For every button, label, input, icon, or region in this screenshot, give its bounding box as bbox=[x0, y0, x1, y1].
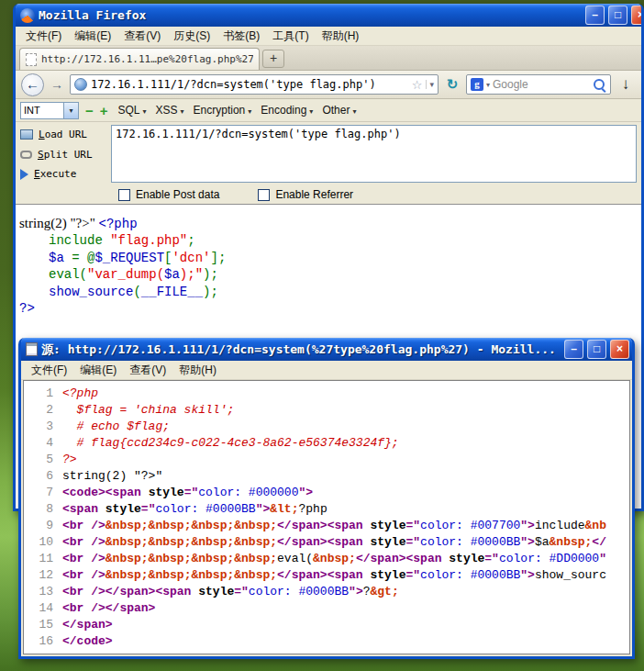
menu--b-[interactable]: 书签(B) bbox=[217, 27, 266, 46]
search-box[interactable]: g ▾ Google bbox=[466, 74, 611, 95]
hackbar-menu-xss[interactable]: XSS bbox=[152, 102, 188, 118]
menu--t-[interactable]: 工具(T) bbox=[266, 27, 315, 46]
maximize-button[interactable]: □ bbox=[608, 6, 627, 25]
source-line: 7<code><span style="color: #000000"> bbox=[24, 485, 629, 501]
line-number: 8 bbox=[24, 501, 53, 518]
hackbar-menu-sql[interactable]: SQL bbox=[115, 102, 150, 118]
source-line: 5?> bbox=[24, 452, 629, 468]
referrer-option[interactable]: Enable Referrer bbox=[258, 188, 353, 201]
back-button[interactable]: ← bbox=[21, 73, 44, 96]
hackbar-add-icon[interactable]: + bbox=[100, 103, 108, 118]
php-output-line: eval("var_dump($a);"); bbox=[19, 266, 641, 283]
referrer-label: Enable Referrer bbox=[275, 188, 353, 201]
source-close-button[interactable]: × bbox=[610, 340, 629, 359]
line-number: 6 bbox=[24, 468, 53, 485]
menu--v-[interactable]: 查看(V) bbox=[117, 27, 167, 46]
search-icon[interactable] bbox=[593, 78, 606, 92]
source-line: 4 # flag{ccd234c9-c022-4ce3-8a62-e56374e… bbox=[24, 435, 629, 452]
source-line: 15</span> bbox=[24, 617, 629, 633]
source-line: 13<br /></span><span style="color: #0000… bbox=[24, 584, 629, 600]
download-arrow-icon[interactable]: ↓ bbox=[616, 75, 636, 94]
site-identity-globe-icon bbox=[74, 78, 87, 91]
referrer-checkbox[interactable] bbox=[258, 189, 270, 201]
source-line: 2 $flag = 'china skill'; bbox=[24, 402, 629, 419]
php-output-line: include "flag.php"; bbox=[19, 232, 641, 249]
active-tab[interactable]: http://172.16.1.11…pe%20flag.php%27) bbox=[19, 48, 260, 70]
php-output-line: ?> bbox=[19, 300, 641, 317]
source-line: 10<br />&nbsp;&nbsp;&nbsp;&nbsp;</span><… bbox=[24, 534, 629, 551]
post-data-checkbox[interactable] bbox=[118, 189, 130, 201]
xp-desktop: { "firefox": { "title": "Mozilla Firefox… bbox=[0, 0, 644, 671]
search-engine-dropdown-icon[interactable]: ▾ bbox=[486, 81, 490, 89]
minimize-button[interactable]: – bbox=[585, 6, 605, 25]
url-bar[interactable]: 172.16.1.111/1/?dcn=system('type flag.ph… bbox=[70, 74, 439, 95]
tabstrip: http://172.16.1.11…pe%20flag.php%27) + bbox=[16, 46, 641, 71]
tab-favicon bbox=[26, 53, 37, 66]
split-url-chain-icon bbox=[20, 151, 32, 159]
hackbar-menu-other[interactable]: Other bbox=[318, 102, 360, 118]
line-number: 3 bbox=[24, 419, 53, 435]
menu--s-[interactable]: 历史(S) bbox=[167, 27, 217, 46]
line-number: 16 bbox=[24, 633, 53, 650]
hackbar-menu-encryption[interactable]: Encryption bbox=[190, 102, 256, 118]
hackbar-options-row: Enable Post data Enable Referrer bbox=[16, 185, 641, 205]
hackbar-mode-select[interactable]: INT ▾ bbox=[20, 102, 79, 119]
hackbar-action-load-url[interactable]: Load URL bbox=[20, 126, 106, 143]
source-line: 1<?php bbox=[24, 386, 629, 402]
hackbar-toolbar: INT ▾ − + SQLXSSEncryptionEncodingOther bbox=[16, 99, 641, 122]
hackbar-collapse-icon[interactable]: − bbox=[85, 103, 94, 118]
forward-button[interactable]: → bbox=[49, 77, 65, 92]
view-source-window: 源: http://172.16.1.111/1/?dcn=system(%27… bbox=[18, 338, 635, 659]
line-number: 1 bbox=[24, 386, 53, 402]
source-menu--f-[interactable]: 文件(F) bbox=[25, 361, 73, 380]
source-minimize-button[interactable]: – bbox=[564, 340, 583, 359]
close-button[interactable]: × bbox=[631, 6, 641, 25]
search-input[interactable]: Google bbox=[493, 78, 590, 91]
line-number: 14 bbox=[24, 600, 53, 617]
source-line: 14<br /></span> bbox=[24, 600, 629, 617]
post-data-option[interactable]: Enable Post data bbox=[118, 188, 219, 201]
line-number: 15 bbox=[24, 617, 53, 633]
php-output-line: string(2) "?>" <?php bbox=[19, 215, 641, 232]
menu--f-[interactable]: 文件(F) bbox=[19, 27, 68, 46]
url-input[interactable]: 172.16.1.111/1/?dcn=system('type flag.ph… bbox=[91, 78, 408, 91]
hackbar-action-label: Load URL bbox=[39, 129, 87, 140]
firefox-window-title: Mozilla Firefox bbox=[39, 8, 582, 22]
line-number: 12 bbox=[24, 567, 53, 584]
firefox-titlebar[interactable]: Mozilla Firefox – □ × bbox=[16, 4, 641, 27]
reload-button[interactable]: ↻ bbox=[443, 76, 461, 93]
line-number: 9 bbox=[24, 518, 53, 534]
line-number: 4 bbox=[24, 435, 53, 452]
new-tab-button[interactable]: + bbox=[262, 50, 284, 68]
source-maximize-button[interactable]: □ bbox=[587, 340, 606, 359]
menu--e-[interactable]: 编辑(E) bbox=[68, 27, 117, 46]
hackbar-url-textarea[interactable]: 172.16.1.111/1/?dcn=system('type flag.ph… bbox=[111, 125, 637, 183]
line-number: 11 bbox=[24, 551, 53, 567]
hackbar-action-split-url[interactable]: Split URL bbox=[20, 146, 106, 163]
select-dropdown-icon: ▾ bbox=[63, 103, 78, 118]
url-dropdown-icon[interactable]: ▾ bbox=[426, 80, 434, 89]
source-titlebar[interactable]: 源: http://172.16.1.111/1/?dcn=system(%27… bbox=[21, 338, 632, 361]
execute-arrow-icon bbox=[20, 169, 28, 180]
hackbar-action-execute[interactable]: Execute bbox=[20, 165, 106, 183]
source-menu--e-[interactable]: 编辑(E) bbox=[73, 361, 123, 380]
line-number: 2 bbox=[24, 402, 53, 419]
hackbar-panel: Load URLSplit URLExecute 172.16.1.111/1/… bbox=[16, 122, 641, 185]
bookmark-star-icon[interactable]: ☆ bbox=[412, 78, 423, 92]
source-line: 3 # echo $flag; bbox=[24, 419, 629, 435]
line-number: 5 bbox=[24, 452, 53, 468]
hackbar-menu-encoding[interactable]: Encoding bbox=[257, 102, 316, 118]
line-number: 7 bbox=[24, 485, 53, 501]
php-output-line: $a = @$_REQUEST['dcn']; bbox=[19, 250, 641, 266]
load-url-icon bbox=[20, 129, 33, 140]
google-favicon-icon: g bbox=[471, 78, 483, 91]
source-menu--v-[interactable]: 查看(V) bbox=[123, 361, 172, 380]
source-menu--h-[interactable]: 帮助(H) bbox=[172, 361, 223, 380]
source-document-icon bbox=[26, 342, 38, 356]
source-line: 9<br />&nbsp;&nbsp;&nbsp;&nbsp;</span><s… bbox=[24, 518, 629, 534]
menu--h-[interactable]: 帮助(H) bbox=[316, 27, 366, 46]
hackbar-menus: SQLXSSEncryptionEncodingOther bbox=[115, 102, 361, 118]
source-line: 6string(2) "?>" bbox=[24, 468, 629, 485]
firefox-menubar: 文件(F)编辑(E)查看(V)历史(S)书签(B)工具(T)帮助(H) bbox=[16, 27, 641, 46]
mode-select-value: INT bbox=[21, 105, 63, 116]
